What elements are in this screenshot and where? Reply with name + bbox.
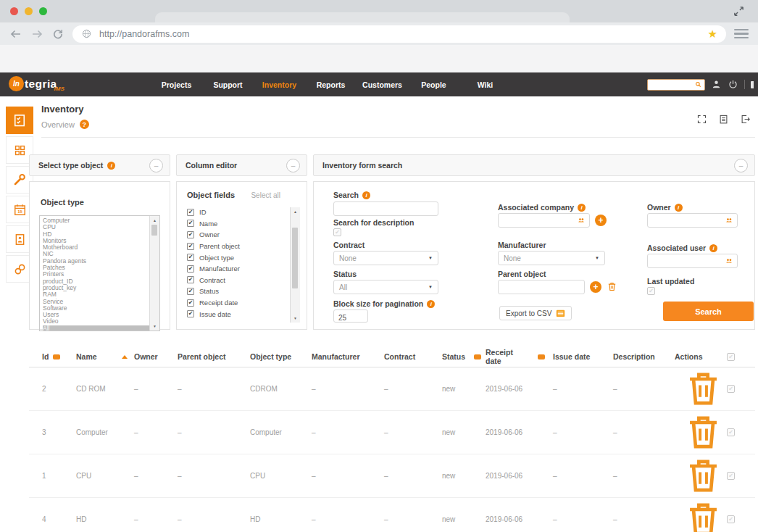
- column-header-name[interactable]: Name: [74, 346, 132, 367]
- collapse-button[interactable]: –: [149, 159, 163, 173]
- sort-icon[interactable]: [474, 354, 481, 359]
- owner-input[interactable]: [648, 214, 725, 227]
- info-icon[interactable]: i: [675, 204, 683, 212]
- people-group-icon[interactable]: [725, 216, 734, 225]
- object-type-option[interactable]: product_key: [43, 285, 149, 291]
- help-badge[interactable]: ?: [80, 120, 89, 129]
- column-header-receipt-date[interactable]: Receipt date: [483, 346, 551, 367]
- scroll-down-icon[interactable]: ▼: [150, 323, 159, 330]
- people-group-icon[interactable]: [577, 216, 586, 225]
- row-checkbox[interactable]: [727, 428, 735, 436]
- zoom-window-button[interactable]: [39, 7, 47, 15]
- export-csv-button[interactable]: Export to CSV: [499, 306, 572, 320]
- delete-row-button[interactable]: [682, 367, 725, 410]
- associated-user-input[interactable]: [648, 254, 725, 267]
- column-header-manufacturer[interactable]: Manufacturer: [309, 346, 382, 367]
- field-checkbox[interactable]: [187, 310, 194, 317]
- search-description-checkbox[interactable]: [333, 228, 341, 236]
- sort-icon[interactable]: [53, 354, 60, 359]
- delete-row-button[interactable]: [682, 454, 725, 497]
- fields-scrollbar[interactable]: ▲ ▼: [290, 207, 300, 323]
- parent-object-input[interactable]: [499, 282, 584, 295]
- scroll-up-icon[interactable]: ▲: [291, 208, 300, 215]
- column-header-parent-object[interactable]: Parent object: [175, 346, 248, 367]
- field-checkbox[interactable]: [187, 243, 194, 250]
- associated-company-input[interactable]: [499, 214, 577, 227]
- browser-tab[interactable]: [155, 12, 570, 22]
- scrollbar-thumb[interactable]: [151, 225, 157, 236]
- listbox-scrollbar[interactable]: ▲ ▼: [149, 216, 159, 331]
- info-icon[interactable]: i: [362, 191, 370, 199]
- column-header-id[interactable]: Id: [29, 346, 74, 367]
- field-checkbox[interactable]: [187, 288, 194, 295]
- field-checkbox[interactable]: [187, 220, 194, 227]
- object-type-option[interactable]: All: [43, 325, 159, 331]
- navbar-search-box[interactable]: [647, 79, 705, 91]
- last-updated-checkbox[interactable]: [647, 287, 655, 295]
- column-header-status[interactable]: Status: [440, 346, 483, 367]
- field-checkbox[interactable]: [187, 209, 194, 216]
- info-icon[interactable]: i: [427, 300, 435, 308]
- menu-item[interactable]: Support: [202, 80, 254, 89]
- menu-item[interactable]: Customers: [357, 80, 408, 89]
- column-header-contract[interactable]: Contract: [382, 346, 440, 367]
- field-checkbox[interactable]: [187, 276, 194, 283]
- menu-item[interactable]: People: [408, 80, 459, 89]
- browser-menu-icon[interactable]: [734, 29, 749, 39]
- column-header-description[interactable]: Description: [611, 346, 672, 367]
- document-list-icon[interactable]: [718, 114, 729, 125]
- field-checkbox[interactable]: [187, 231, 194, 238]
- close-window-button[interactable]: [10, 7, 18, 15]
- navbar-search-input[interactable]: [650, 81, 693, 88]
- menu-item[interactable]: Wiki: [459, 80, 511, 89]
- reload-button[interactable]: [51, 28, 64, 41]
- menu-item[interactable]: Inventory: [254, 80, 305, 89]
- people-group-icon[interactable]: [725, 257, 734, 266]
- minimize-window-button[interactable]: [25, 7, 33, 15]
- scroll-up-icon[interactable]: ▲: [150, 217, 159, 224]
- info-icon[interactable]: i: [578, 204, 586, 212]
- user-icon[interactable]: [711, 79, 722, 90]
- clear-parent-object-button[interactable]: [607, 281, 617, 293]
- fullscreen-icon[interactable]: [696, 114, 707, 125]
- scroll-down-icon[interactable]: ▼: [291, 315, 300, 322]
- object-type-option[interactable]: Software: [43, 305, 149, 312]
- associated-user-field[interactable]: [647, 254, 738, 268]
- field-checkbox[interactable]: [187, 299, 194, 307]
- object-type-listbox[interactable]: Computer CPU HD Monitors Motherboard NIC: [39, 215, 160, 331]
- search-field[interactable]: [333, 201, 438, 216]
- parent-object-field[interactable]: [498, 280, 585, 294]
- info-icon[interactable]: i: [709, 244, 717, 252]
- back-button[interactable]: [9, 28, 22, 41]
- forward-button[interactable]: [30, 28, 43, 41]
- select-all-link[interactable]: Select all: [251, 191, 280, 199]
- row-checkbox[interactable]: [727, 472, 735, 480]
- sidebar-item-inventory[interactable]: [6, 107, 33, 134]
- contract-select[interactable]: None ▼: [333, 251, 438, 265]
- scrollbar-thumb[interactable]: [292, 228, 298, 288]
- sort-icon[interactable]: [538, 354, 545, 359]
- row-checkbox[interactable]: [727, 515, 735, 523]
- export-icon[interactable]: [740, 114, 751, 125]
- delete-row-button[interactable]: [682, 411, 725, 454]
- expand-arrows-icon[interactable]: [733, 5, 745, 17]
- url-bar[interactable]: http://pandorafms.com ★: [72, 25, 726, 43]
- sort-asc-icon[interactable]: [122, 355, 128, 359]
- object-type-option[interactable]: Users: [43, 312, 149, 318]
- block-size-field[interactable]: [333, 309, 368, 323]
- row-checkbox[interactable]: [727, 385, 735, 393]
- url-text[interactable]: http://pandorafms.com: [99, 29, 701, 39]
- add-company-button[interactable]: +: [595, 215, 607, 226]
- select-all-checkbox[interactable]: [727, 353, 735, 361]
- object-type-option[interactable]: Video: [43, 318, 149, 325]
- bookmark-star-icon[interactable]: ★: [708, 28, 717, 39]
- column-header-issue-date[interactable]: Issue date: [551, 346, 611, 367]
- logout-power-icon[interactable]: [728, 79, 738, 90]
- collapse-button[interactable]: –: [286, 159, 300, 173]
- associated-company-field[interactable]: [498, 213, 590, 228]
- menu-item[interactable]: Reports: [305, 80, 357, 89]
- column-header-owner[interactable]: Owner: [132, 346, 175, 367]
- manufacturer-select[interactable]: None ▼: [498, 251, 605, 265]
- field-checkbox[interactable]: [187, 265, 194, 273]
- search-button[interactable]: Search: [663, 302, 754, 321]
